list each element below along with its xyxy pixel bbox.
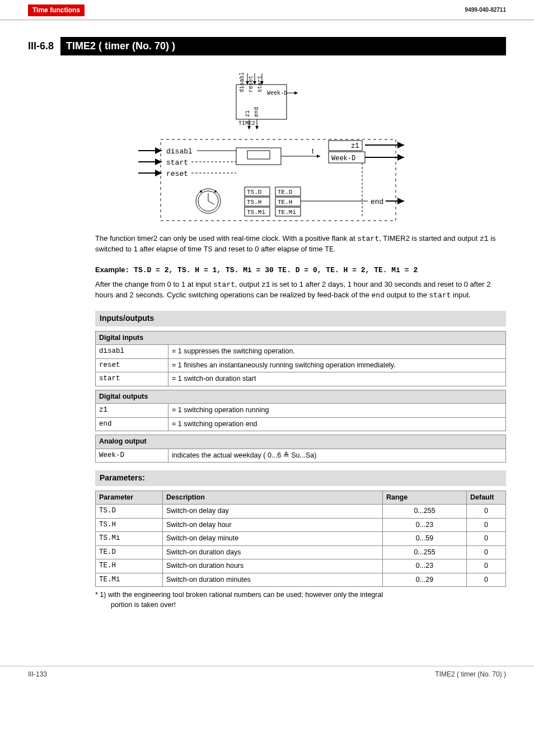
- page-header: Time functions 9499-040-82711: [0, 0, 534, 20]
- section-title: TIME2 ( timer (No. 70) ): [60, 37, 506, 55]
- svg-text:z1: z1: [245, 110, 251, 117]
- svg-text:end: end: [371, 198, 383, 206]
- page-footer: III-133 TIME2 ( timer (No. 70) ): [0, 666, 534, 679]
- table-row: TE.MiSwitch-on duration minutes0...290: [96, 573, 506, 587]
- table-row: end= 1 switching operation end: [96, 417, 506, 431]
- digital-outputs-table: Digital outputs z1= 1 switching operatio…: [95, 390, 506, 432]
- parameters-table: Parameter Description Range Default TS.D…: [95, 491, 506, 587]
- svg-text:t: t: [312, 147, 314, 155]
- svg-point-37: [200, 190, 202, 193]
- col-range: Range: [383, 491, 467, 505]
- section-heading: III-6.8 TIME2 ( timer (No. 70) ): [28, 37, 506, 55]
- io-heading: Inputs/outputs: [95, 311, 506, 326]
- table-row: reset= 1 finishes an instantaneously run…: [96, 358, 506, 372]
- table-row: TS.HSwitch-on delay hour0...230: [96, 518, 506, 532]
- svg-text:start: start: [257, 76, 263, 92]
- section-number: III-6.8: [28, 37, 60, 55]
- svg-text:start: start: [166, 158, 188, 167]
- svg-text:Week-D: Week-D: [267, 90, 287, 96]
- table-row: TS.MiSwitch-on delay minute0...590: [96, 532, 506, 546]
- col-parameter: Parameter: [96, 491, 163, 505]
- intro-paragraph: The function timer2 can only be used wit…: [95, 234, 506, 255]
- svg-text:TE.H: TE.H: [278, 199, 292, 206]
- di-header: Digital inputs: [96, 331, 506, 345]
- svg-text:disabl: disabl: [239, 72, 245, 92]
- table-row: TE.HSwitch-on duration hours0...230: [96, 559, 506, 573]
- svg-text:reset: reset: [248, 76, 254, 92]
- svg-text:TS.D: TS.D: [247, 189, 262, 195]
- header-docnum: 9499-040-82711: [465, 6, 506, 14]
- footnote: * 1) with the engineering tool broken ra…: [95, 590, 506, 610]
- svg-text:Week-D: Week-D: [331, 155, 355, 162]
- digital-inputs-table: Digital inputs disabl= 1 suppresses the …: [95, 331, 506, 386]
- svg-text:TS.Mi: TS.Mi: [247, 209, 265, 216]
- col-default: Default: [467, 491, 506, 505]
- svg-text:z1: z1: [351, 142, 359, 150]
- block-label: TIME2: [238, 120, 255, 127]
- do-header: Digital outputs: [96, 390, 506, 404]
- svg-text:TE.Mi: TE.Mi: [278, 209, 296, 216]
- col-description: Description: [163, 491, 383, 505]
- svg-text:TS.H: TS.H: [247, 199, 261, 206]
- svg-text:TE.D: TE.D: [278, 189, 293, 195]
- svg-text:disabl: disabl: [166, 147, 193, 156]
- svg-text:reset: reset: [166, 170, 188, 178]
- table-row: z1= 1 switching operation running: [96, 404, 506, 418]
- diagram-svg: TIME2 disabl reset start Week-D z1 end: [110, 67, 424, 223]
- example-heading: Example: TS.D = 2, TS. H = 1, TS. Mi = 3…: [95, 265, 506, 276]
- analog-output-table: Analog output Week-Dindicates the actual…: [95, 435, 506, 463]
- table-row: disabl= 1 suppresses the switching opera…: [96, 345, 506, 359]
- footer-left: III-133: [28, 670, 47, 679]
- svg-point-38: [214, 190, 217, 193]
- diagram-container: TIME2 disabl reset start Week-D z1 end: [28, 67, 506, 223]
- table-row: TE.DSwitch-on duration days0...2550: [96, 545, 506, 559]
- table-row: start= 1 switch-on duration start: [96, 372, 506, 386]
- table-row: Week-Dindicates the actual weekday ( 0..…: [96, 449, 506, 463]
- footer-right: TIME2 ( timer (No. 70) ): [435, 670, 506, 679]
- table-row: TS.DSwitch-on delay day0...2550: [96, 505, 506, 519]
- params-heading: Parameters:: [95, 470, 506, 486]
- header-category: Time functions: [28, 4, 85, 16]
- ao-header: Analog output: [96, 435, 506, 449]
- example-paragraph: After the change from 0 to 1 at input st…: [95, 279, 506, 301]
- svg-rect-24: [247, 151, 270, 159]
- svg-text:end: end: [254, 107, 260, 117]
